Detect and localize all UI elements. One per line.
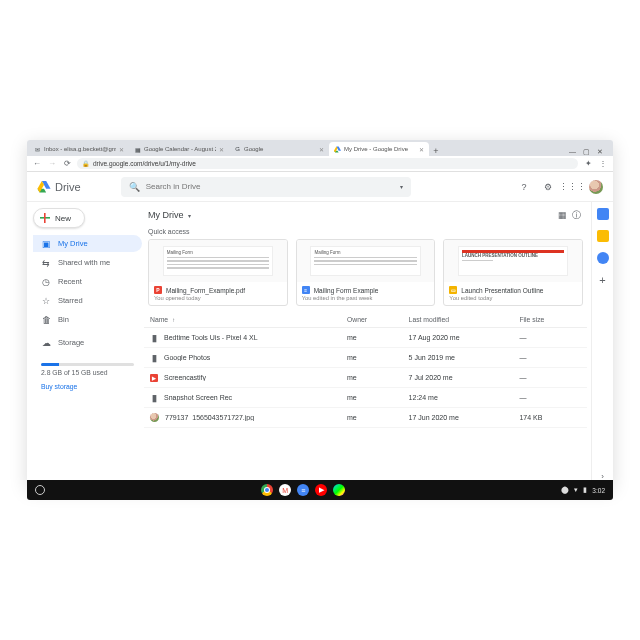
address-bar[interactable]: 🔒 drive.google.com/drive/u/1/my-drive [77,158,578,169]
file-name: 779137_1565043571727.jpg [165,414,254,421]
file-row[interactable]: ▶Screencastify me 7 Jul 2020 me — [144,368,587,388]
status-tray[interactable]: ⬤ ▾ ▮ 3:02 [561,486,605,494]
browser-tab-gmail[interactable]: ✉ Inbox - elisa.g.beckett@gmail.c ✕ [29,142,129,156]
drive-header: Drive 🔍 Search in Drive ▾ ? ⚙ ⋮⋮⋮ [27,172,613,202]
docs-app-icon[interactable]: ≡ [297,484,309,496]
sidebar-item-starred[interactable]: ☆ Starred [33,292,142,309]
storage-text: 2.8 GB of 15 GB used [41,369,108,376]
file-size: — [519,374,581,381]
sidebar-item-my-drive[interactable]: ▣ My Drive [33,235,142,252]
close-icon[interactable]: ✕ [119,146,124,153]
card-title: Mailing_Form_Example.pdf [166,287,245,294]
keep-addon-icon[interactable] [597,230,609,242]
screencastify-icon: ▶ [150,374,158,382]
quick-access-card[interactable]: LAUNCH PRESENTATION OUTLINE ▭Launch Pres… [443,239,583,306]
storage-icon: ☁ [41,338,51,348]
folder-icon: ▮ [150,354,158,362]
card-title: Mailing Form Example [314,287,379,294]
drive-logo[interactable]: Drive [37,181,81,193]
playstore-app-icon[interactable] [333,484,345,496]
sidebar-item-label: Storage [58,338,84,347]
search-input[interactable]: 🔍 Search in Drive ▾ [121,177,411,197]
quick-access-row: Mailing Form PMailing_Form_Example.pdf Y… [144,239,587,312]
file-owner: me [347,394,409,401]
browser-tab-calendar[interactable]: ▦ Google Calendar - August 2020 ✕ [129,142,229,156]
buy-storage-link[interactable]: Buy storage [33,378,142,395]
new-tab-button[interactable]: + [429,146,443,156]
file-row[interactable]: ▮Google Photos me 5 Jun 2019 me — [144,348,587,368]
file-list-header: Name↑ Owner Last modified File size [144,312,587,328]
close-icon[interactable]: ✕ [319,146,324,153]
breadcrumb-label: My Drive [148,210,184,220]
file-size: — [519,354,581,361]
file-modified: 12:24 me [409,394,520,401]
quick-access-card[interactable]: Mailing Form ≡Mailing Form Example You e… [296,239,436,306]
breadcrumb[interactable]: My Drive ▾ [148,210,191,220]
youtube-app-icon[interactable]: ▶ [315,484,327,496]
gmail-app-icon[interactable]: M [279,484,291,496]
browser-tab-drive[interactable]: My Drive - Google Drive ✕ [329,142,429,156]
clock: 3:02 [592,487,605,494]
launcher-icon[interactable] [35,485,45,495]
back-icon[interactable]: ← [32,159,42,168]
chevron-down-icon: ▾ [188,212,191,219]
info-icon[interactable]: ⓘ [569,209,583,222]
sidebar-item-recent[interactable]: ◷ Recent [33,273,142,290]
my-drive-icon: ▣ [41,239,51,249]
column-owner[interactable]: Owner [347,316,409,323]
gear-icon[interactable]: ⚙ [541,180,555,194]
sidebar-item-label: Shared with me [58,258,110,267]
file-row[interactable]: ▮Bedtime Tools Uis - Pixel 4 XL me 17 Au… [144,328,587,348]
file-row[interactable]: 779137_1565043571727.jpg me 17 Jun 2020 … [144,408,587,428]
column-size[interactable]: File size [519,316,581,323]
forward-icon[interactable]: → [47,159,57,168]
close-window-icon[interactable]: ✕ [597,148,603,156]
browser-toolbar: ← → ⟳ 🔒 drive.google.com/drive/u/1/my-dr… [27,156,613,172]
file-size: 174 KB [519,414,581,421]
close-icon[interactable]: ✕ [219,146,224,153]
notification-icon: ⬤ [561,486,569,494]
gdoc-icon: ≡ [302,286,310,294]
quick-access-card[interactable]: Mailing Form PMailing_Form_Example.pdf Y… [148,239,288,306]
account-avatar[interactable] [589,180,603,194]
url-text: drive.google.com/drive/u/1/my-drive [93,160,196,167]
reload-icon[interactable]: ⟳ [62,159,72,168]
gmail-icon: ✉ [34,146,41,153]
folder-icon: ▮ [150,334,158,342]
maximize-icon[interactable]: ▢ [583,148,590,156]
file-owner: me [347,414,409,421]
search-icon: 🔍 [129,182,140,192]
close-icon[interactable]: ✕ [419,146,424,153]
add-addon-icon[interactable]: + [599,274,605,286]
column-modified[interactable]: Last modified [409,316,520,323]
file-owner: me [347,334,409,341]
side-panel: + › [591,202,613,487]
grid-view-icon[interactable]: ▦ [555,210,569,220]
apps-grid-icon[interactable]: ⋮⋮⋮ [565,180,579,194]
storage-meter: 2.8 GB of 15 GB used [33,359,142,376]
recent-icon: ◷ [41,277,51,287]
browser-tab-google[interactable]: G Google ✕ [229,142,329,156]
sidebar-item-label: Bin [58,315,69,324]
tab-title: Inbox - elisa.g.beckett@gmail.c [44,146,116,152]
chromeos-shelf: M ≡ ▶ ⬤ ▾ ▮ 3:02 [27,480,613,500]
tasks-addon-icon[interactable] [597,252,609,264]
chrome-app-icon[interactable] [261,484,273,496]
column-name[interactable]: Name↑ [150,316,347,323]
drive-wordmark: Drive [55,181,81,193]
sidebar-item-bin[interactable]: 🗑 Bin [33,311,142,328]
file-modified: 7 Jul 2020 me [409,374,520,381]
extensions-icon[interactable]: ✦ [583,159,593,168]
search-options-icon[interactable]: ▾ [400,183,403,190]
menu-icon[interactable]: ⋮ [598,159,608,168]
main-content: My Drive ▾ ▦ ⓘ Quick access Mailing Form… [142,202,591,487]
file-row[interactable]: ▮Snapshot Screen Rec me 12:24 me — [144,388,587,408]
new-button[interactable]: New [33,208,85,228]
calendar-addon-icon[interactable] [597,208,609,220]
sidebar-item-storage[interactable]: ☁ Storage [33,334,142,351]
lock-icon: 🔒 [82,160,89,167]
new-button-label: New [55,214,71,223]
minimize-icon[interactable]: — [569,148,576,156]
help-icon[interactable]: ? [517,180,531,194]
sidebar-item-shared[interactable]: ⇆ Shared with me [33,254,142,271]
